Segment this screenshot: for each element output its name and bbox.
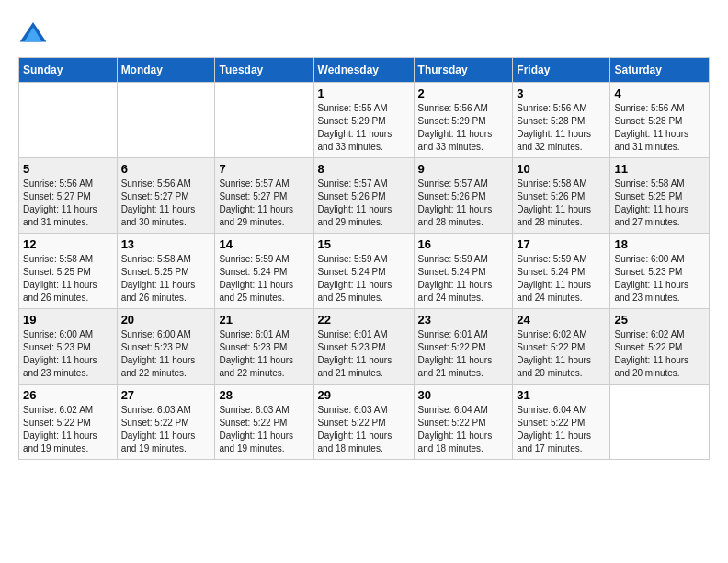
calendar-cell: 15Sunrise: 5:59 AMSunset: 5:24 PMDayligh… <box>313 234 414 309</box>
day-number: 6 <box>121 162 211 176</box>
day-number: 29 <box>318 388 410 402</box>
day-info: Sunrise: 6:04 AMSunset: 5:22 PMDaylight:… <box>517 404 606 455</box>
calendar-cell <box>215 83 313 158</box>
weekday-header: Wednesday <box>313 58 414 83</box>
day-info: Sunrise: 5:59 AMSunset: 5:24 PMDaylight:… <box>517 253 606 304</box>
calendar-body: 1Sunrise: 5:55 AMSunset: 5:29 PMDaylight… <box>19 83 710 460</box>
calendar-cell: 29Sunrise: 6:03 AMSunset: 5:22 PMDayligh… <box>313 385 414 460</box>
day-info: Sunrise: 5:58 AMSunset: 5:25 PMDaylight:… <box>121 253 211 304</box>
day-info: Sunrise: 6:02 AMSunset: 5:22 PMDaylight:… <box>614 328 705 380</box>
calendar-cell: 10Sunrise: 5:58 AMSunset: 5:26 PMDayligh… <box>513 158 610 234</box>
day-info: Sunrise: 5:59 AMSunset: 5:24 PMDaylight:… <box>418 253 509 304</box>
calendar-cell: 11Sunrise: 5:58 AMSunset: 5:25 PMDayligh… <box>610 158 710 234</box>
weekday-header: Monday <box>117 58 215 83</box>
calendar-cell: 22Sunrise: 6:01 AMSunset: 5:23 PMDayligh… <box>313 309 414 385</box>
calendar-cell: 13Sunrise: 5:58 AMSunset: 5:25 PMDayligh… <box>117 234 215 309</box>
calendar-cell: 26Sunrise: 6:02 AMSunset: 5:22 PMDayligh… <box>19 385 118 460</box>
day-number: 13 <box>121 237 211 251</box>
day-info: Sunrise: 6:03 AMSunset: 5:22 PMDaylight:… <box>219 404 309 455</box>
day-number: 5 <box>23 162 113 176</box>
calendar-cell: 2Sunrise: 5:56 AMSunset: 5:29 PMDaylight… <box>414 83 513 158</box>
calendar-cell: 16Sunrise: 5:59 AMSunset: 5:24 PMDayligh… <box>414 234 513 309</box>
day-info: Sunrise: 6:01 AMSunset: 5:22 PMDaylight:… <box>418 328 509 380</box>
day-number: 3 <box>517 86 606 100</box>
logo <box>18 18 51 48</box>
day-info: Sunrise: 6:03 AMSunset: 5:22 PMDaylight:… <box>121 404 211 455</box>
calendar-cell: 23Sunrise: 6:01 AMSunset: 5:22 PMDayligh… <box>414 309 513 385</box>
day-info: Sunrise: 5:57 AMSunset: 5:26 PMDaylight:… <box>418 178 509 229</box>
calendar-cell: 19Sunrise: 6:00 AMSunset: 5:23 PMDayligh… <box>19 309 118 385</box>
calendar-cell: 31Sunrise: 6:04 AMSunset: 5:22 PMDayligh… <box>513 385 610 460</box>
calendar-cell <box>117 83 215 158</box>
calendar-cell: 1Sunrise: 5:55 AMSunset: 5:29 PMDaylight… <box>313 83 414 158</box>
calendar-cell: 6Sunrise: 5:56 AMSunset: 5:27 PMDaylight… <box>117 158 215 234</box>
day-number: 9 <box>418 162 509 176</box>
day-number: 17 <box>517 237 606 251</box>
day-info: Sunrise: 6:02 AMSunset: 5:22 PMDaylight:… <box>517 328 606 380</box>
calendar-cell: 20Sunrise: 6:00 AMSunset: 5:23 PMDayligh… <box>117 309 215 385</box>
calendar-cell <box>610 385 710 460</box>
day-number: 21 <box>219 313 309 327</box>
day-info: Sunrise: 5:56 AMSunset: 5:29 PMDaylight:… <box>418 102 509 154</box>
day-number: 18 <box>614 237 705 251</box>
day-number: 19 <box>23 313 113 327</box>
day-info: Sunrise: 5:59 AMSunset: 5:24 PMDaylight:… <box>318 253 410 304</box>
week-row: 12Sunrise: 5:58 AMSunset: 5:25 PMDayligh… <box>19 234 710 309</box>
calendar-cell: 24Sunrise: 6:02 AMSunset: 5:22 PMDayligh… <box>513 309 610 385</box>
day-number: 25 <box>614 313 705 327</box>
day-number: 22 <box>318 313 410 327</box>
day-number: 12 <box>23 237 113 251</box>
calendar-cell: 30Sunrise: 6:04 AMSunset: 5:22 PMDayligh… <box>414 385 513 460</box>
day-number: 4 <box>614 86 705 100</box>
day-info: Sunrise: 5:57 AMSunset: 5:27 PMDaylight:… <box>219 178 309 229</box>
day-number: 30 <box>418 388 509 402</box>
calendar: SundayMondayTuesdayWednesdayThursdayFrid… <box>18 57 710 460</box>
day-info: Sunrise: 6:00 AMSunset: 5:23 PMDaylight:… <box>23 328 113 380</box>
weekday-header: Sunday <box>19 58 118 83</box>
day-info: Sunrise: 5:58 AMSunset: 5:26 PMDaylight:… <box>517 178 606 229</box>
calendar-cell: 18Sunrise: 6:00 AMSunset: 5:23 PMDayligh… <box>610 234 710 309</box>
day-number: 31 <box>517 388 606 402</box>
day-number: 27 <box>121 388 211 402</box>
weekday-header: Tuesday <box>215 58 313 83</box>
day-number: 14 <box>219 237 309 251</box>
day-number: 20 <box>121 313 211 327</box>
page-header <box>18 18 710 48</box>
day-info: Sunrise: 5:59 AMSunset: 5:24 PMDaylight:… <box>219 253 309 304</box>
calendar-cell: 3Sunrise: 5:56 AMSunset: 5:28 PMDaylight… <box>513 83 610 158</box>
calendar-cell: 27Sunrise: 6:03 AMSunset: 5:22 PMDayligh… <box>117 385 215 460</box>
week-row: 1Sunrise: 5:55 AMSunset: 5:29 PMDaylight… <box>19 83 710 158</box>
day-number: 1 <box>318 86 410 100</box>
day-number: 28 <box>219 388 309 402</box>
day-number: 15 <box>318 237 410 251</box>
day-info: Sunrise: 5:56 AMSunset: 5:27 PMDaylight:… <box>23 178 113 229</box>
calendar-cell: 9Sunrise: 5:57 AMSunset: 5:26 PMDaylight… <box>414 158 513 234</box>
day-number: 16 <box>418 237 509 251</box>
day-info: Sunrise: 5:57 AMSunset: 5:26 PMDaylight:… <box>318 178 410 229</box>
calendar-cell: 12Sunrise: 5:58 AMSunset: 5:25 PMDayligh… <box>19 234 118 309</box>
day-number: 24 <box>517 313 606 327</box>
day-number: 2 <box>418 86 509 100</box>
day-info: Sunrise: 6:00 AMSunset: 5:23 PMDaylight:… <box>121 328 211 380</box>
calendar-cell: 17Sunrise: 5:59 AMSunset: 5:24 PMDayligh… <box>513 234 610 309</box>
day-info: Sunrise: 6:03 AMSunset: 5:22 PMDaylight:… <box>318 404 410 455</box>
calendar-cell: 4Sunrise: 5:56 AMSunset: 5:28 PMDaylight… <box>610 83 710 158</box>
day-number: 26 <box>23 388 113 402</box>
calendar-cell: 28Sunrise: 6:03 AMSunset: 5:22 PMDayligh… <box>215 385 313 460</box>
day-info: Sunrise: 5:58 AMSunset: 5:25 PMDaylight:… <box>23 253 113 304</box>
weekday-row: SundayMondayTuesdayWednesdayThursdayFrid… <box>19 58 710 83</box>
day-number: 11 <box>614 162 705 176</box>
day-info: Sunrise: 6:02 AMSunset: 5:22 PMDaylight:… <box>23 404 113 455</box>
calendar-cell: 21Sunrise: 6:01 AMSunset: 5:23 PMDayligh… <box>215 309 313 385</box>
weekday-header: Saturday <box>610 58 710 83</box>
calendar-cell: 25Sunrise: 6:02 AMSunset: 5:22 PMDayligh… <box>610 309 710 385</box>
day-info: Sunrise: 5:55 AMSunset: 5:29 PMDaylight:… <box>318 102 410 154</box>
calendar-cell <box>19 83 118 158</box>
day-number: 10 <box>517 162 606 176</box>
logo-icon <box>18 18 48 48</box>
day-info: Sunrise: 5:56 AMSunset: 5:28 PMDaylight:… <box>614 102 705 154</box>
day-info: Sunrise: 6:01 AMSunset: 5:23 PMDaylight:… <box>219 328 309 380</box>
day-number: 8 <box>318 162 410 176</box>
week-row: 26Sunrise: 6:02 AMSunset: 5:22 PMDayligh… <box>19 385 710 460</box>
day-info: Sunrise: 5:56 AMSunset: 5:28 PMDaylight:… <box>517 102 606 154</box>
